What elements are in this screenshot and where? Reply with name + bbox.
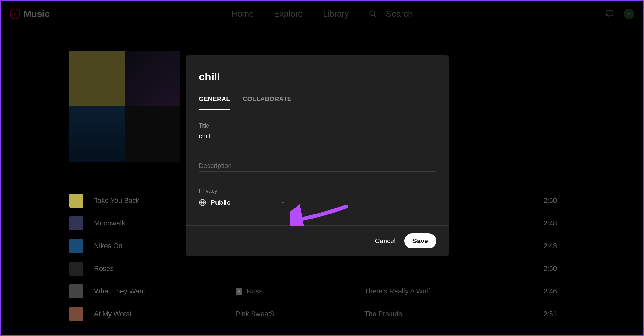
nav-library[interactable]: Library xyxy=(323,9,349,19)
track-duration: 2:50 xyxy=(506,265,557,273)
track-duration: 2:43 xyxy=(506,242,557,250)
cast-icon[interactable] xyxy=(605,10,614,18)
search-icon xyxy=(369,10,377,18)
explicit-icon: E xyxy=(236,288,242,295)
track-row[interactable]: What They Want ERuss There's Really A Wo… xyxy=(69,280,557,303)
chevron-down-icon xyxy=(280,200,285,205)
track-album: There's Really A Wolf xyxy=(364,287,497,295)
track-duration: 2:50 xyxy=(506,196,557,205)
track-thumb xyxy=(69,194,83,208)
track-artist: ERuss xyxy=(236,287,355,295)
avatar[interactable]: S xyxy=(624,9,634,19)
privacy-label: Privacy xyxy=(199,188,436,194)
modal-title: chill xyxy=(186,55,449,83)
edit-playlist-modal: chill GENERAL COLLABORATE Title Privacy … xyxy=(186,55,449,256)
track-thumb xyxy=(69,239,83,253)
track-thumb xyxy=(69,262,83,276)
track-album: The Prelude xyxy=(364,310,497,318)
globe-icon xyxy=(199,199,206,206)
track-artist: Pink Sweat$ xyxy=(236,310,355,318)
track-duration: 2:51 xyxy=(506,310,557,318)
privacy-value: Public xyxy=(211,199,276,206)
track-thumb xyxy=(69,216,83,230)
privacy-select[interactable]: Public xyxy=(199,196,285,210)
modal-tabs: GENERAL COLLABORATE xyxy=(186,83,449,110)
track-thumb xyxy=(69,284,83,298)
cancel-button[interactable]: Cancel xyxy=(375,237,396,245)
track-row[interactable]: Roses 2:50 xyxy=(69,257,557,280)
nav-explore[interactable]: Explore xyxy=(274,9,303,19)
svg-point-0 xyxy=(370,11,375,15)
tab-collaborate[interactable]: COLLABORATE xyxy=(243,95,291,110)
logo[interactable]: Music xyxy=(10,9,50,19)
nav-center: Home Explore Library Search xyxy=(231,1,413,27)
track-title: What They Want xyxy=(94,287,226,295)
playlist-cover xyxy=(69,51,180,162)
tab-general[interactable]: GENERAL xyxy=(199,95,230,110)
play-logo-icon xyxy=(10,9,20,19)
track-row[interactable]: At My Worst Pink Sweat$ The Prelude 2:51 xyxy=(69,303,557,325)
description-input[interactable] xyxy=(199,160,436,172)
track-thumb xyxy=(69,307,83,321)
title-input[interactable] xyxy=(199,130,436,142)
track-title: Roses xyxy=(94,265,226,273)
nav-search[interactable]: Search xyxy=(369,9,413,19)
svg-line-1 xyxy=(374,15,376,17)
track-title: At My Worst xyxy=(94,310,226,318)
track-duration: 2:48 xyxy=(506,219,557,227)
nav-search-label: Search xyxy=(386,9,413,19)
title-label: Title xyxy=(199,122,436,129)
save-button[interactable]: Save xyxy=(404,233,436,248)
brand-text: Music xyxy=(24,9,50,19)
topbar: Music Home Explore Library Search S xyxy=(1,1,643,27)
track-duration: 2:46 xyxy=(506,287,557,295)
nav-home[interactable]: Home xyxy=(231,9,254,19)
